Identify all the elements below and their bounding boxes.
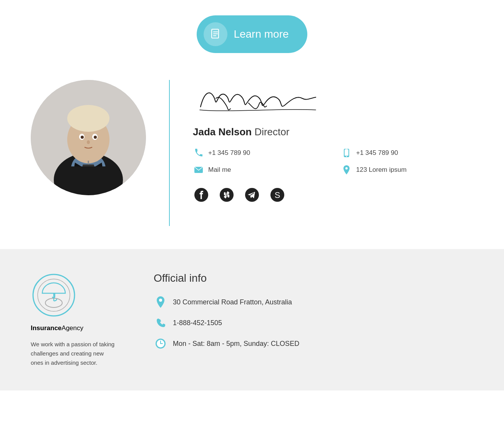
footer-brand: J InsuranceAgency We work with a passion…: [31, 272, 123, 367]
svg-rect-21: [345, 149, 348, 150]
learn-more-button[interactable]: Learn more: [197, 15, 307, 53]
contact-email[interactable]: Mail me: [193, 164, 325, 176]
phone-icon: [193, 147, 204, 159]
footer-hours-item: Mon - Sat: 8am - 5pm, Sunday: CLOSED: [154, 337, 473, 351]
footer-phone-icon: [154, 316, 167, 330]
svg-point-9: [67, 105, 109, 132]
profile-section: Jada Nelson Director +1 345 789 90: [0, 65, 504, 249]
svg-text:#: #: [225, 192, 229, 198]
brand-description: We work with a passion of taking challen…: [31, 340, 115, 367]
svg-point-14: [87, 140, 90, 144]
footer-phone-item: 1-888-452-1505: [154, 316, 473, 330]
svg-rect-17: [58, 166, 119, 189]
profile-title: Director: [254, 126, 289, 138]
official-info-title: Official info: [154, 272, 473, 284]
svg-rect-19: [345, 150, 348, 156]
facebook-icon[interactable]: [193, 186, 210, 203]
svg-point-12: [81, 136, 84, 139]
profile-info: Jada Nelson Director +1 345 789 90: [193, 80, 473, 203]
mail-icon: [193, 164, 204, 176]
svg-point-13: [94, 136, 97, 139]
brand-name-bold: Insurance: [31, 324, 61, 332]
mobile-number: +1 345 789 90: [356, 149, 398, 157]
brand-name-regular: Agency: [61, 324, 83, 332]
footer-section: J InsuranceAgency We work with a passion…: [0, 249, 504, 390]
footer-address-item: 30 Commercial Road Fratton, Australia: [154, 295, 473, 309]
skype-icon[interactable]: S: [269, 186, 286, 203]
signature-area: [193, 84, 473, 118]
contact-mobile[interactable]: +1 345 789 90: [341, 147, 473, 159]
profile-divider: [169, 80, 170, 226]
mobile-icon: [341, 147, 352, 159]
email-label: Mail me: [208, 166, 231, 174]
profile-name-title: Jada Nelson Director: [193, 126, 473, 138]
footer-clock-icon: [154, 337, 167, 351]
footer-phone: 1-888-452-1505: [173, 319, 222, 327]
svg-text:S: S: [275, 190, 280, 200]
brand-name: InsuranceAgency: [31, 324, 123, 332]
contact-address: 123 Lorem ipsum: [341, 164, 473, 176]
phone-number: +1 345 789 90: [208, 149, 250, 157]
profile-photo: [31, 80, 146, 195]
footer-info-items: 30 Commercial Road Fratton, Australia 1-…: [154, 295, 473, 351]
svg-text:J: J: [52, 292, 56, 300]
profile-photo-wrapper: [31, 80, 146, 195]
location-icon: [341, 164, 352, 176]
profile-name: Jada Nelson: [193, 126, 252, 138]
brand-logo: J: [31, 272, 123, 324]
top-section: Learn more: [0, 0, 504, 65]
social-icons: # S: [193, 186, 473, 203]
slack-icon[interactable]: #: [218, 186, 235, 203]
address-label: 123 Lorem ipsum: [356, 166, 406, 174]
svg-point-23: [345, 167, 348, 169]
footer-hours: Mon - Sat: 8am - 5pm, Sunday: CLOSED: [173, 340, 299, 348]
svg-point-41: [159, 299, 162, 302]
document-icon: [204, 22, 227, 46]
footer-address: 30 Commercial Road Fratton, Australia: [173, 298, 292, 306]
footer-info: Official info 30 Commercial Road Fratton…: [154, 272, 473, 351]
telegram-icon[interactable]: [244, 186, 260, 203]
contact-grid: +1 345 789 90 +1 345 789 90: [193, 147, 473, 176]
svg-point-20: [346, 156, 347, 157]
learn-more-label: Learn more: [234, 28, 288, 40]
footer-location-icon: [154, 295, 167, 309]
contact-phone[interactable]: +1 345 789 90: [193, 147, 325, 159]
